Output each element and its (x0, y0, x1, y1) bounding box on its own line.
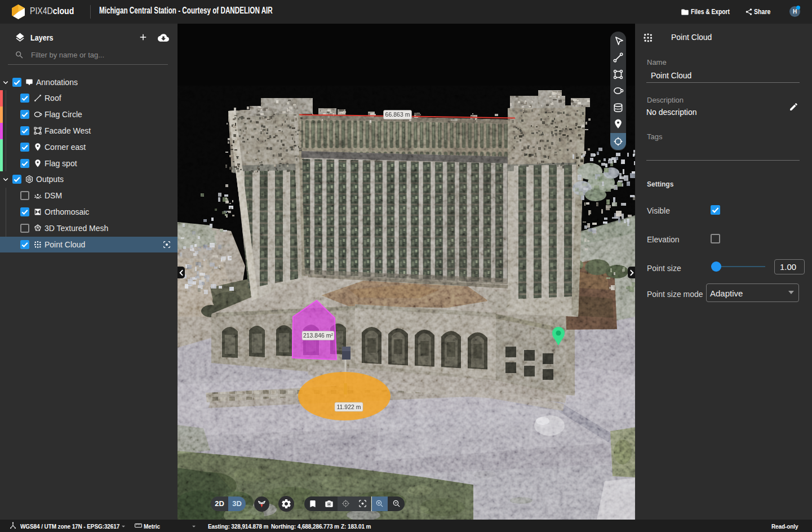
svg-text:213.846 m²: 213.846 m² (303, 332, 334, 339)
svg-text:11.922 m: 11.922 m (337, 404, 361, 410)
svg-text:66.863 m: 66.863 m (385, 111, 410, 118)
